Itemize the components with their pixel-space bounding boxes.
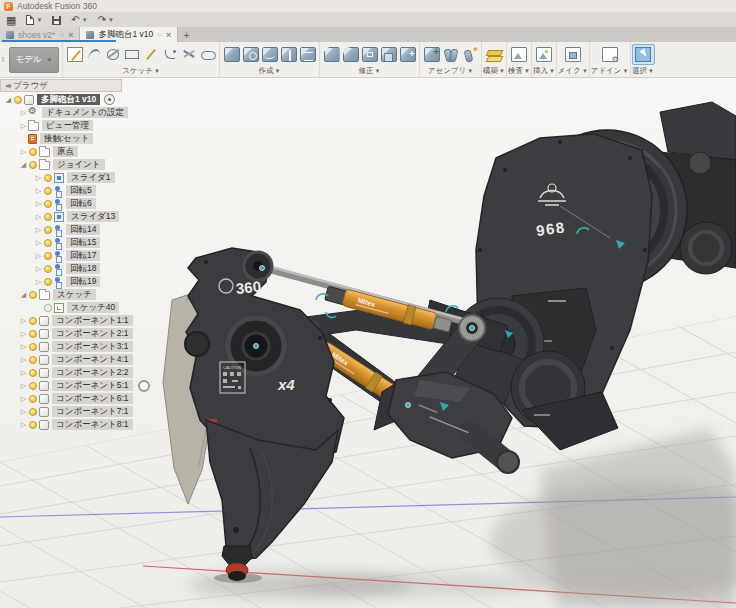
visibility-bulb-icon[interactable]	[29, 356, 37, 364]
ribbon-group-label[interactable]: 選択▼	[632, 65, 655, 77]
spline-icon[interactable]	[86, 47, 102, 62]
tree-row-11[interactable]: ▷回転15	[0, 236, 150, 249]
tree-row-13[interactable]: ▷回転18	[0, 262, 150, 275]
tree-item-label[interactable]: 接触:セット	[40, 133, 93, 144]
tree-item-label[interactable]: コンポーネント6:1	[52, 393, 133, 404]
tree-item-label[interactable]: コンポーネント7:1	[52, 406, 133, 417]
visibility-bulb-icon[interactable]	[29, 161, 37, 169]
sketch-fillet-icon[interactable]	[162, 47, 178, 62]
expander-icon[interactable]: ▷	[34, 187, 43, 195]
joint-icon[interactable]	[443, 47, 459, 62]
ribbon-group-label[interactable]: スケッチ▼	[64, 65, 218, 77]
tree-item-label[interactable]: スライダ1	[67, 172, 115, 183]
expander-icon[interactable]: ▷	[19, 148, 28, 156]
tree-item-label[interactable]: ドキュメントの設定	[42, 107, 128, 118]
rib-icon[interactable]	[281, 47, 297, 62]
expander-icon[interactable]: ◢	[19, 291, 28, 299]
tree-item-label[interactable]: コンポーネント3:1	[52, 341, 133, 352]
visibility-bulb-icon[interactable]	[44, 187, 52, 195]
tree-item-label[interactable]: 回転14	[66, 224, 100, 235]
visibility-bulb-icon[interactable]	[29, 382, 37, 390]
tree-item-label[interactable]: コンポーネント5:1	[52, 380, 133, 391]
expander-icon[interactable]: ▷	[19, 356, 28, 364]
shell-icon[interactable]	[362, 47, 378, 62]
redo-icon[interactable]: ↷▼	[98, 15, 114, 25]
tree-row-4[interactable]: ▷原点	[0, 145, 150, 158]
tree-row-22[interactable]: ▷コンポーネント5:1	[0, 379, 150, 392]
tree-row-18[interactable]: ▷コンポーネント2:1	[0, 327, 150, 340]
expander-icon[interactable]: ▷	[34, 252, 43, 260]
tree-row-10[interactable]: ▷回転14	[0, 223, 150, 236]
ribbon-group-label[interactable]: 修正▼	[321, 65, 418, 77]
tree-row-15[interactable]: ◢スケッチ	[0, 288, 150, 301]
visibility-bulb-icon[interactable]	[44, 252, 52, 260]
expander-icon[interactable]: ◢	[4, 96, 13, 104]
tab-close-icon[interactable]: ×	[68, 30, 73, 40]
tree-item-label[interactable]: 回転6	[66, 198, 96, 209]
tree-item-label[interactable]: 回転18	[66, 263, 100, 274]
construction-plane-icon[interactable]	[486, 47, 502, 62]
ribbon-group-label[interactable]: アドイン▼	[591, 65, 629, 77]
as-built-joint-icon[interactable]	[462, 47, 478, 62]
collapse-panel-icon[interactable]: ◂◂	[5, 81, 9, 90]
tree-row-20[interactable]: ▷コンポーネント4:1	[0, 353, 150, 366]
tree-row-21[interactable]: ▷コンポーネント2:2	[0, 366, 150, 379]
expander-icon[interactable]: ▷	[19, 408, 28, 416]
create-sketch-icon[interactable]	[67, 47, 83, 62]
tree-row-7[interactable]: ▷回転5	[0, 184, 150, 197]
tree-row-6[interactable]: ▷スライダ1	[0, 171, 150, 184]
expander-icon[interactable]: ▷	[34, 278, 43, 286]
expander-icon[interactable]: ▷	[34, 239, 43, 247]
visibility-bulb-icon[interactable]	[14, 96, 22, 104]
select-icon[interactable]	[635, 47, 651, 62]
tree-item-label[interactable]: コンポーネント1:1	[52, 315, 133, 326]
tree-item-label[interactable]: コンポーネント8:1	[52, 419, 133, 430]
add-ins-icon[interactable]	[602, 47, 618, 62]
expander-icon[interactable]: ▷	[19, 421, 28, 429]
tree-row-0[interactable]: ◢多脚砲台1 v10	[0, 93, 150, 106]
visibility-bulb-icon[interactable]	[44, 226, 52, 234]
revolve-icon[interactable]	[243, 47, 259, 62]
visibility-bulb-icon[interactable]	[29, 148, 37, 156]
tree-row-14[interactable]: ▷回転19	[0, 275, 150, 288]
tree-item-label[interactable]: ビュー管理	[42, 120, 93, 131]
tree-item-label[interactable]: 多脚砲台1 v10	[37, 94, 100, 105]
tree-row-8[interactable]: ▷回転6	[0, 197, 150, 210]
expander-icon[interactable]: ▷	[19, 109, 28, 117]
tree-row-19[interactable]: ▷コンポーネント3:1	[0, 340, 150, 353]
sweep-icon[interactable]	[262, 47, 278, 62]
combine-icon[interactable]	[381, 47, 397, 62]
tree-row-23[interactable]: ▷コンポーネント6:1	[0, 392, 150, 405]
tree-row-12[interactable]: ▷回転17	[0, 249, 150, 262]
ribbon-group-label[interactable]: アセンブリ▼	[421, 65, 480, 77]
new-file-icon[interactable]: ▼	[26, 15, 42, 25]
tree-row-24[interactable]: ▷コンポーネント7:1	[0, 405, 150, 418]
visibility-bulb-icon[interactable]	[44, 265, 52, 273]
measure-icon[interactable]	[511, 47, 527, 62]
visibility-bulb-icon[interactable]	[44, 239, 52, 247]
tab-close-icon[interactable]: ×	[166, 30, 171, 40]
tree-item-label[interactable]: ジョイント	[53, 159, 105, 170]
ribbon-group-label[interactable]: 検査▼	[508, 65, 530, 77]
visibility-bulb-icon[interactable]	[44, 174, 52, 182]
visibility-bulb-icon[interactable]	[29, 291, 37, 299]
tree-row-3[interactable]: 接触:セット	[0, 132, 150, 145]
visibility-bulb-icon[interactable]	[29, 330, 37, 338]
tree-item-label[interactable]: 回転5	[66, 185, 96, 196]
sketch-trim-icon[interactable]	[181, 47, 197, 62]
ribbon-group-label[interactable]: 構築▼	[483, 65, 505, 77]
expander-icon[interactable]: ▷	[19, 343, 28, 351]
chamfer-icon[interactable]	[324, 47, 340, 62]
workspace-mode-button[interactable]: モデル ▼	[9, 47, 59, 73]
tree-row-25[interactable]: ▷コンポーネント8:1	[0, 418, 150, 431]
app-grid-icon[interactable]: ▦	[6, 15, 16, 25]
visibility-bulb-icon[interactable]	[29, 317, 37, 325]
tree-item-label[interactable]: コンポーネント2:1	[52, 328, 133, 339]
tree-item-label[interactable]: 回転17	[66, 250, 100, 261]
new-tab-button[interactable]: +	[178, 27, 194, 42]
expander-icon[interactable]: ▷	[19, 330, 28, 338]
ribbon-group-label[interactable]: メイク▼	[558, 65, 588, 77]
tree-row-9[interactable]: ▷スライダ13	[0, 210, 150, 223]
expander-icon[interactable]: ▷	[34, 226, 43, 234]
expander-icon[interactable]: ▷	[34, 174, 43, 182]
